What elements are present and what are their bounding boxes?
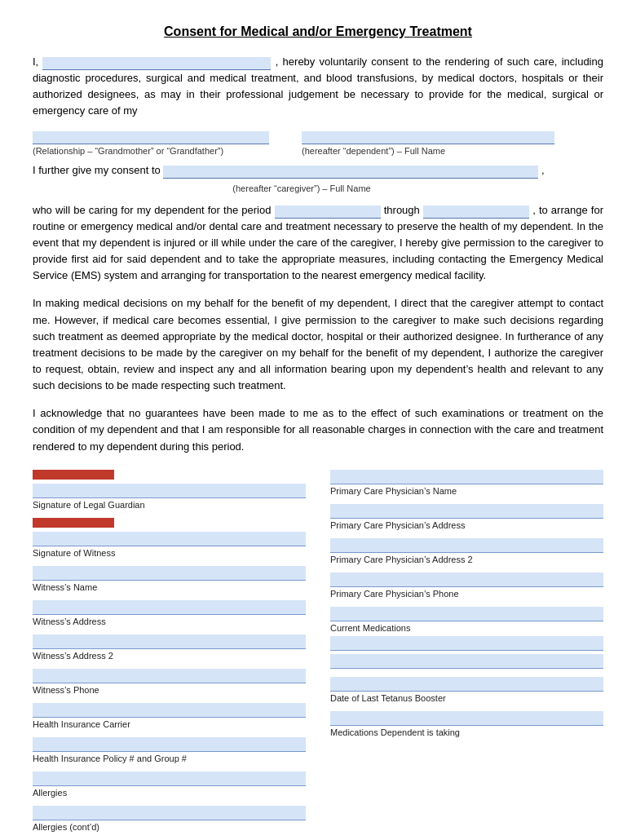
signature-mark-0 — [33, 470, 114, 480]
right-field-group-4: Current Medications — [330, 607, 603, 669]
paragraph-1: I, , hereby voluntarily consent to the r… — [33, 54, 603, 120]
right-label-1: Primary Care Physician’s Address — [330, 520, 603, 530]
para1-pre: I, — [33, 55, 38, 68]
left-field-group-6: Health Insurance Carrier — [33, 703, 306, 729]
left-field-group-9: Allergies (cont’d) — [33, 806, 306, 832]
paragraph-3: In making medical decisions on my behalf… — [33, 295, 603, 394]
left-input-4[interactable] — [33, 634, 306, 649]
right-extra-input-4-0[interactable] — [330, 636, 603, 651]
page-title: Consent for Medical and/or Emergency Tre… — [33, 24, 603, 39]
dependent-label: (hereafter “dependent”) – Full Name — [302, 146, 445, 156]
left-label-3: Witness’s Address — [33, 617, 306, 626]
relationship-row: (Relationship – “Grandmother” or “Grandf… — [33, 131, 603, 156]
patient-name-field[interactable] — [42, 57, 271, 70]
consent-line: I further give my consent to , — [33, 162, 603, 179]
right-column: Primary Care Physician’s NamePrimary Car… — [330, 470, 603, 840]
left-field-group-0: Signature of Legal Guardian — [33, 470, 306, 510]
left-field-group-5: Witness’s Phone — [33, 669, 306, 695]
left-field-group-4: Witness’s Address 2 — [33, 634, 306, 661]
right-label-4: Current Medications — [330, 623, 603, 633]
left-field-group-2: Witness’s Name — [33, 566, 306, 592]
right-field-group-0: Primary Care Physician’s Name — [330, 470, 603, 496]
consent-pre: I further give my consent to — [33, 164, 161, 176]
right-input-1[interactable] — [330, 504, 603, 519]
left-field-group-1: Signature of Witness — [33, 518, 306, 558]
left-input-9[interactable] — [33, 806, 306, 820]
caregiver-field[interactable] — [163, 166, 538, 179]
right-label-2: Primary Care Physician’s Address 2 — [330, 555, 603, 564]
dependent-col: (hereafter “dependent”) – Full Name — [302, 131, 554, 156]
paragraph-2: who will be caring for my dependent for … — [33, 202, 603, 285]
left-label-5: Witness’s Phone — [33, 685, 306, 695]
right-field-group-3: Primary Care Physician’s Phone — [330, 573, 603, 599]
paragraph-4: I acknowledge that no guarantees have be… — [33, 405, 603, 454]
relationship-col: (Relationship – “Grandmother” or “Grandf… — [33, 131, 269, 156]
right-field-group-5: Date of Last Tetanus Booster — [330, 677, 603, 703]
left-label-6: Health Insurance Carrier — [33, 719, 306, 729]
left-label-2: Witness’s Name — [33, 582, 306, 592]
right-input-4[interactable] — [330, 607, 603, 621]
dependent-name-field[interactable] — [302, 131, 554, 144]
right-label-0: Primary Care Physician’s Name — [330, 486, 603, 496]
left-field-group-7: Health Insurance Policy # and Group # — [33, 737, 306, 763]
right-label-3: Primary Care Physician’s Phone — [330, 589, 603, 599]
right-label-5: Date of Last Tetanus Booster — [330, 693, 603, 703]
left-label-0: Signature of Legal Guardian — [33, 500, 306, 510]
left-column: Signature of Legal GuardianSignature of … — [33, 470, 306, 840]
right-input-6[interactable] — [330, 711, 603, 726]
left-label-1: Signature of Witness — [33, 548, 306, 558]
right-input-5[interactable] — [330, 677, 603, 692]
left-input-5[interactable] — [33, 669, 306, 683]
right-field-group-2: Primary Care Physician’s Address 2 — [330, 538, 603, 564]
period-start-field[interactable] — [275, 206, 381, 219]
left-input-1[interactable] — [33, 532, 306, 546]
right-field-group-6: Medications Dependent is taking — [330, 711, 603, 737]
caregiver-label: (hereafter “caregiver”) – Full Name — [114, 183, 489, 193]
left-label-4: Witness’s Address 2 — [33, 651, 306, 661]
right-input-2[interactable] — [330, 538, 603, 553]
left-input-3[interactable] — [33, 600, 306, 615]
right-extra-input-4-1[interactable] — [330, 654, 603, 669]
form-section: Signature of Legal GuardianSignature of … — [33, 470, 603, 840]
left-label-8: Allergies — [33, 788, 306, 798]
right-label-6: Medications Dependent is taking — [330, 727, 603, 737]
left-label-9: Allergies (cont’d) — [33, 822, 306, 832]
right-input-0[interactable] — [330, 470, 603, 484]
left-input-0[interactable] — [33, 484, 306, 498]
left-input-8[interactable] — [33, 771, 306, 786]
signature-mark-1 — [33, 518, 114, 528]
left-input-7[interactable] — [33, 737, 306, 752]
right-field-group-1: Primary Care Physician’s Address — [330, 504, 603, 530]
left-field-group-3: Witness’s Address — [33, 600, 306, 626]
para2-pre: who will be caring for my dependent for … — [33, 204, 271, 216]
right-input-3[interactable] — [330, 573, 603, 587]
period-end-field[interactable] — [423, 206, 529, 219]
relationship-field[interactable] — [33, 131, 269, 144]
relationship-label: (Relationship – “Grandmother” or “Grandf… — [33, 146, 223, 156]
left-field-group-8: Allergies — [33, 771, 306, 798]
left-input-2[interactable] — [33, 566, 306, 581]
left-label-7: Health Insurance Policy # and Group # — [33, 754, 306, 763]
left-input-6[interactable] — [33, 703, 306, 718]
